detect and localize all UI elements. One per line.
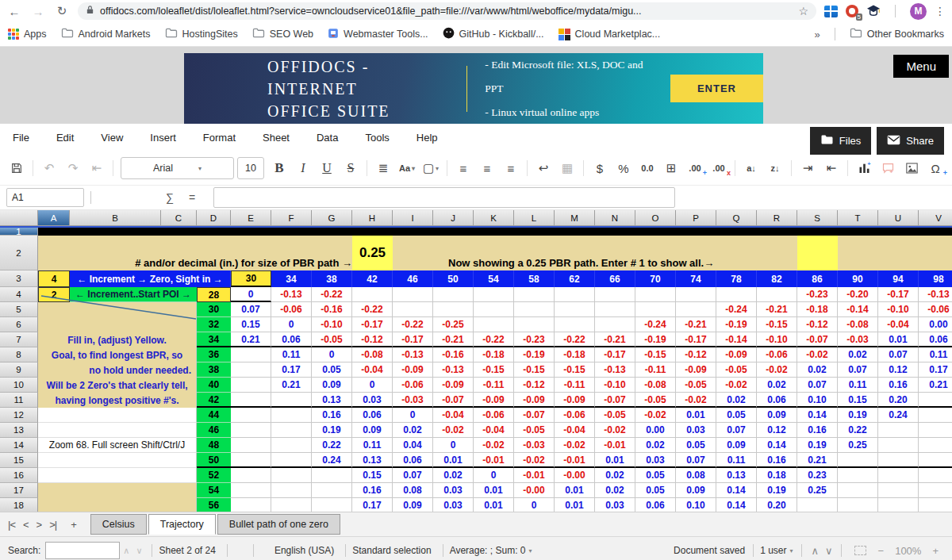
- cell[interactable]: 0.09: [352, 423, 393, 438]
- indent-decrease-icon[interactable]: ⇤: [820, 158, 843, 178]
- cell[interactable]: -0.18: [555, 347, 595, 362]
- column-header-U[interactable]: U: [878, 210, 919, 226]
- range-cell-44[interactable]: 44: [197, 408, 231, 423]
- date-format-icon[interactable]: ⊞: [659, 158, 683, 178]
- row3-header-42[interactable]: 42: [352, 270, 393, 287]
- character-styles-icon[interactable]: Aa▾: [395, 158, 419, 178]
- cell[interactable]: [919, 483, 952, 498]
- borders-icon[interactable]: ▢▾: [419, 158, 443, 178]
- column-header-S[interactable]: S: [797, 210, 838, 226]
- cell[interactable]: 0.05: [635, 483, 676, 498]
- cell[interactable]: 0.16: [878, 378, 919, 393]
- align-right-icon[interactable]: ≡: [499, 158, 523, 178]
- redo-icon[interactable]: ↷: [61, 158, 85, 178]
- cell[interactable]: [433, 287, 474, 302]
- cell[interactable]: [271, 453, 312, 468]
- cell[interactable]: 0.10: [676, 498, 716, 512]
- cell[interactable]: 0.00: [919, 317, 952, 332]
- column-header-A[interactable]: A: [38, 210, 70, 226]
- side-note-row-6[interactable]: [38, 317, 197, 332]
- cell[interactable]: [312, 483, 352, 498]
- wrap-text-icon[interactable]: ↩: [532, 158, 555, 178]
- cell[interactable]: -0.04: [555, 423, 595, 438]
- cell[interactable]: [919, 453, 952, 468]
- cell[interactable]: [635, 302, 676, 317]
- search-up-icon[interactable]: ∧: [123, 546, 129, 556]
- cell[interactable]: -0.09: [676, 362, 716, 378]
- cell[interactable]: [797, 498, 838, 512]
- cell[interactable]: 0.21: [271, 378, 312, 393]
- cell[interactable]: [838, 483, 878, 498]
- cell[interactable]: [555, 302, 595, 317]
- cell[interactable]: -0.09: [433, 378, 474, 393]
- column-header-V[interactable]: V: [919, 210, 952, 226]
- menu-tools[interactable]: Tools: [365, 132, 389, 144]
- range-cell-28[interactable]: 28: [197, 287, 231, 302]
- cell[interactable]: [312, 498, 352, 512]
- search-input[interactable]: [45, 542, 120, 559]
- scroll-up-icon[interactable]: ∧: [812, 545, 820, 557]
- cell[interactable]: 0.11: [271, 347, 312, 362]
- bookmark-webmaster-tools-[interactable]: Webmaster Tools...: [328, 28, 428, 41]
- column-header-C[interactable]: C: [161, 210, 197, 226]
- range-cell-42[interactable]: 42: [197, 393, 231, 408]
- cell[interactable]: -0.19: [635, 332, 676, 347]
- row-header-10[interactable]: 10: [0, 378, 38, 393]
- cell[interactable]: 0.02: [595, 468, 635, 483]
- cell[interactable]: 0.02: [838, 347, 878, 362]
- cell[interactable]: -0.21: [757, 302, 797, 317]
- cell[interactable]: [271, 423, 312, 438]
- cell[interactable]: 0.18: [757, 468, 797, 483]
- cell[interactable]: [838, 453, 878, 468]
- cell[interactable]: [352, 287, 393, 302]
- bold-icon[interactable]: B: [267, 158, 291, 178]
- row3-header-38[interactable]: 38: [312, 270, 352, 287]
- cell[interactable]: -0.05: [514, 423, 555, 438]
- menu-edit[interactable]: Edit: [56, 132, 74, 144]
- aggregates-caret-icon[interactable]: ▾: [528, 547, 532, 554]
- column-header-B[interactable]: B: [70, 210, 161, 226]
- row-header-16[interactable]: 16: [0, 468, 38, 483]
- cell[interactable]: [919, 468, 952, 483]
- column-header-R[interactable]: R: [757, 210, 797, 226]
- equals-icon[interactable]: =: [182, 191, 202, 204]
- cell[interactable]: -0.02: [676, 393, 716, 408]
- sum-icon[interactable]: ∑: [158, 191, 182, 204]
- side-note-row-10[interactable]: Will be 2 Zero's that clearly tell,: [38, 378, 197, 393]
- users-status[interactable]: 1 user: [760, 545, 786, 556]
- cell[interactable]: [271, 483, 312, 498]
- cell[interactable]: -0.13: [433, 362, 474, 378]
- cell[interactable]: -0.21: [433, 332, 474, 347]
- cell[interactable]: [231, 438, 271, 453]
- cell[interactable]: [271, 408, 312, 423]
- cell[interactable]: -0.02: [555, 438, 595, 453]
- cell[interactable]: -0.06: [555, 408, 595, 423]
- cell[interactable]: 0.07: [676, 453, 716, 468]
- cell[interactable]: 0.25: [838, 438, 878, 453]
- cell[interactable]: -0.25: [433, 317, 474, 332]
- cell[interactable]: 0.10: [797, 393, 838, 408]
- cell[interactable]: 0.15: [352, 468, 393, 483]
- cell[interactable]: -0.11: [474, 378, 514, 393]
- cell[interactable]: -0.17: [352, 317, 393, 332]
- side-note-row-5[interactable]: [38, 302, 197, 317]
- cell[interactable]: -0.06: [474, 408, 514, 423]
- row-header-11[interactable]: 11: [0, 393, 38, 408]
- cell[interactable]: -0.04: [878, 317, 919, 332]
- cell[interactable]: [393, 302, 433, 317]
- cell[interactable]: -0.05: [716, 362, 757, 378]
- cell[interactable]: [878, 423, 919, 438]
- column-header-D[interactable]: D: [197, 210, 231, 226]
- cell[interactable]: 0.07: [838, 362, 878, 378]
- cell[interactable]: -0.09: [474, 393, 514, 408]
- font-name-select[interactable]: Arial▾: [121, 157, 234, 179]
- cell[interactable]: -0.03: [393, 393, 433, 408]
- row2-pbr-size-value[interactable]: 0.25: [352, 236, 393, 270]
- cell[interactable]: 0.21: [231, 332, 271, 347]
- cell[interactable]: -0.02: [595, 423, 635, 438]
- cell[interactable]: 0.13: [716, 468, 757, 483]
- cell[interactable]: 0.11: [716, 453, 757, 468]
- language-status[interactable]: English (USA): [274, 545, 334, 556]
- cell[interactable]: 0.06: [919, 332, 952, 347]
- row4-start-poi-label[interactable]: ← Increment..Start POI →: [70, 287, 197, 302]
